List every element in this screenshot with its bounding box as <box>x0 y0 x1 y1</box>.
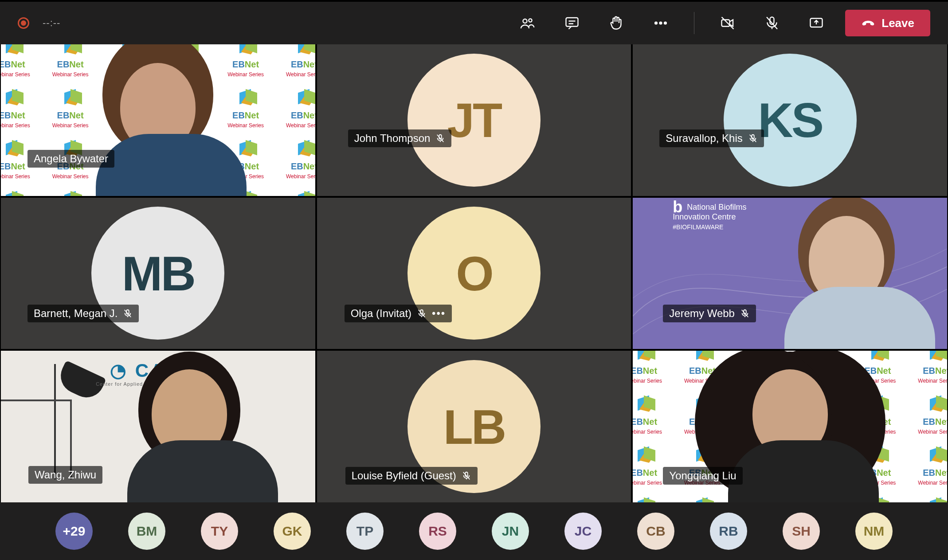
overflow-count-chip[interactable]: +29 <box>55 513 93 550</box>
mic-muted-icon <box>123 309 133 318</box>
tile-khis[interactable]: KS Suravallop, Khis <box>633 44 947 196</box>
name-tag: Suravallop, Khis <box>659 129 764 147</box>
svg-point-0 <box>523 19 527 23</box>
avatar-initials: LB <box>443 399 505 455</box>
mic-muted-icon <box>435 133 445 143</box>
participant-video <box>784 216 909 349</box>
name-tag: Yongqiang Liu <box>663 467 742 485</box>
leave-button[interactable]: Leave <box>845 10 930 36</box>
name-tag: Olga (Invitat) ••• <box>345 305 452 322</box>
avatar-initials: MB <box>122 245 194 302</box>
toolbar-divider <box>694 12 694 34</box>
mic-muted-icon <box>748 133 758 143</box>
svg-point-1 <box>529 19 532 22</box>
participant-name: Yongqiang Liu <box>669 470 736 482</box>
attendee-chip[interactable]: SH <box>783 513 820 550</box>
tile-john[interactable]: JT John Thompson <box>317 44 631 196</box>
mic-muted-icon <box>417 309 427 318</box>
avatar-initials: JT <box>447 92 501 148</box>
share-screen-button[interactable] <box>801 10 832 36</box>
participants-button[interactable] <box>512 10 543 36</box>
more-actions-button[interactable] <box>645 10 676 36</box>
nb-line1: National Biofilms <box>687 203 746 211</box>
attendee-chip[interactable]: TP <box>346 513 384 550</box>
attendee-chip[interactable]: JN <box>492 513 529 550</box>
attendee-chip[interactable]: NM <box>855 513 893 550</box>
overflow-count-label: +29 <box>63 524 86 539</box>
tile-olga[interactable]: O Olga (Invitat) ••• <box>317 198 631 349</box>
attendee-chip[interactable]: GK <box>274 513 311 550</box>
name-tag: Wang, Zhiwu <box>28 466 102 484</box>
chat-button[interactable] <box>556 10 588 36</box>
participant-name: Suravallop, Khis <box>666 132 742 145</box>
leave-button-label: Leave <box>881 16 914 30</box>
record-indicator-icon <box>18 17 29 29</box>
attendee-chip[interactable]: JC <box>564 513 602 550</box>
video-gallery: EBNetWebinar SeriesEBNetWebinar SeriesEB… <box>0 44 948 502</box>
tile-louise[interactable]: LB Louise Byfield (Guest) <box>317 351 631 502</box>
mic-muted-icon <box>740 309 750 318</box>
camera-toggle-button[interactable] <box>712 10 743 36</box>
attendee-chip[interactable]: RS <box>419 513 456 550</box>
hangup-icon <box>861 16 875 30</box>
name-tag: Angela Bywater <box>27 150 114 168</box>
avatar-initials: KS <box>758 92 822 148</box>
attendee-strip: +29 BMTYGKTPRSJNJCCBRBSHNM <box>0 502 948 560</box>
svg-point-4 <box>660 22 662 24</box>
tile-megan[interactable]: MB Barnett, Megan J. <box>1 198 315 349</box>
name-tag: John Thompson <box>348 129 452 147</box>
avatar-initials: O <box>456 245 492 302</box>
participant-name: Angela Bywater <box>34 153 108 165</box>
mic-muted-icon <box>462 471 471 481</box>
participant-video <box>728 369 852 502</box>
participant-name: Olga (Invitat) <box>351 307 411 320</box>
name-tag: Jeremy Webb <box>663 305 756 322</box>
participant-name: Jeremy Webb <box>669 307 735 320</box>
attendee-chip[interactable]: RB <box>710 513 747 550</box>
attendee-chip[interactable]: TY <box>201 513 238 550</box>
avatar-circle: JT <box>407 54 541 187</box>
tile-yongqiang[interactable]: EBNetWebinar SeriesEBNetWebinar SeriesEB… <box>633 351 947 502</box>
attendee-chip[interactable]: BM <box>128 513 165 550</box>
participant-name: Wang, Zhiwu <box>35 469 96 481</box>
participant-name: Louise Byfield (Guest) <box>352 470 456 482</box>
participant-name: John Thompson <box>354 132 431 145</box>
avatar-circle: KS <box>724 54 857 187</box>
attendee-chip[interactable]: CB <box>637 513 674 550</box>
call-timer: --:-- <box>43 17 60 29</box>
participant-name: Barnett, Megan J. <box>34 307 118 320</box>
participant-video <box>96 63 220 196</box>
tile-jeremy[interactable]: b National Biofilms Innovation Centre #B… <box>633 198 947 349</box>
nb-logo: b National Biofilms Innovation Centre #B… <box>673 202 746 232</box>
meeting-controls-bar: --:-- Leave <box>0 0 948 44</box>
name-tag: Barnett, Megan J. <box>27 305 139 322</box>
mic-toggle-button[interactable] <box>756 10 787 36</box>
tile-more-icon[interactable]: ••• <box>432 307 446 320</box>
tile-zhiwu[interactable]: ◔ CAWRI Center for Applied Water Researc… <box>1 351 315 502</box>
nb-line3: #BIOFILMAWARE <box>673 223 723 231</box>
svg-rect-2 <box>566 18 578 27</box>
tile-angela[interactable]: EBNetWebinar SeriesEBNetWebinar SeriesEB… <box>1 44 315 196</box>
participant-video <box>127 369 251 502</box>
nb-line2: Innovation Centre <box>673 212 736 221</box>
svg-point-5 <box>664 22 666 24</box>
name-tag: Louise Byfield (Guest) <box>345 467 478 485</box>
raise-hand-button[interactable] <box>601 10 632 36</box>
svg-point-3 <box>655 22 657 24</box>
